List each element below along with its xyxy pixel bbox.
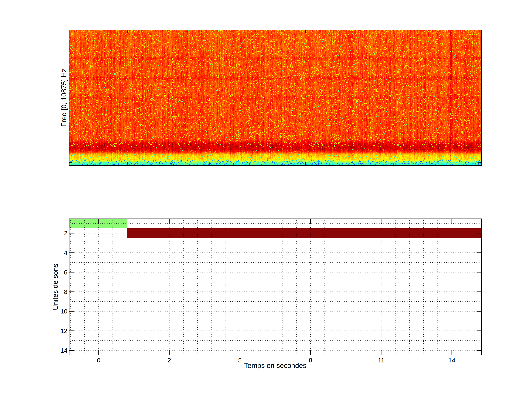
y-tick-label: 2 — [64, 230, 67, 237]
y-tick-label: 8 — [64, 288, 67, 295]
x-tick-label: 8 — [309, 357, 312, 364]
y-tick-label: 12 — [60, 327, 67, 334]
y-tick-label: 14 — [60, 347, 67, 354]
units-ylabel: Unites de sons — [51, 264, 59, 310]
y-tick-label: 6 — [64, 269, 67, 276]
x-tick-label: 14 — [448, 357, 455, 364]
units-xlabel: Temps en secondes — [244, 362, 306, 370]
spectrogram-heatmap — [69, 30, 482, 166]
spectrogram-ylabel: Freq [0, 10875] Hz — [60, 69, 68, 127]
y-tick-label: 4 — [64, 249, 67, 256]
x-tick-label: 2 — [168, 357, 171, 364]
matlab-figure: Freq [0, 10875] Hz Unites de sons Temps … — [0, 0, 532, 399]
x-tick-label: 0 — [97, 357, 101, 364]
x-tick-label: 5 — [238, 357, 242, 364]
sound-units-plot — [69, 219, 482, 355]
x-tick-label: 11 — [378, 357, 384, 364]
y-tick-label: 10 — [60, 308, 67, 315]
